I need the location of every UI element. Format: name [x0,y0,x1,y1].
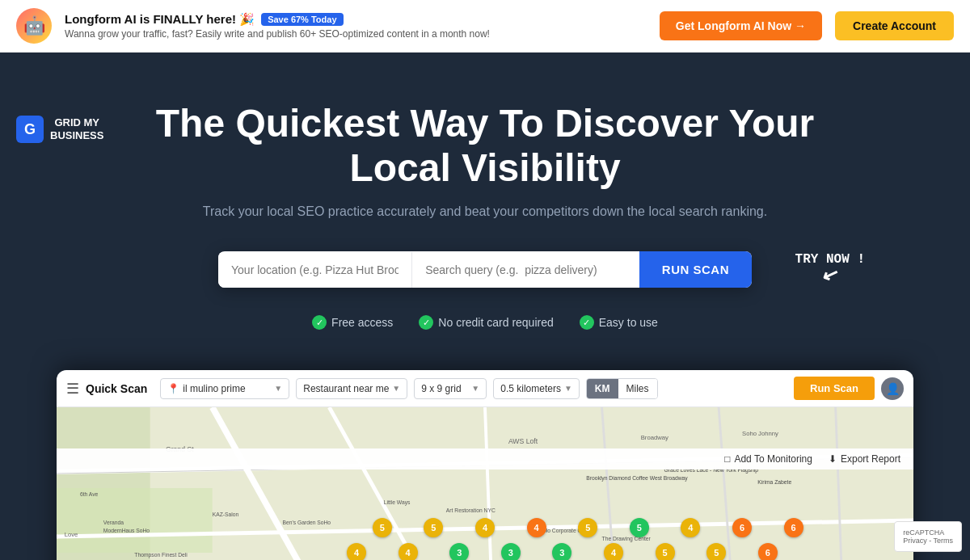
check-icon-free: ✓ [312,315,327,330]
search-location-input[interactable] [218,252,412,288]
km-button[interactable]: KM [587,379,618,398]
grid-select[interactable]: 9 x 9 grid ▼ [414,378,487,399]
grid-dot: 5 [373,518,392,537]
banner-text-area: Longform AI is FINALLY here! 🎉 Save 67% … [65,12,647,40]
grid-dot: 5 [706,543,726,560]
location-pin-icon: 📍 [167,383,179,394]
run-scan-button[interactable]: RUN SCAN [639,251,752,288]
hero-headline: The Quickest Way To Discover Your Local … [121,101,849,190]
grid-dot: 5 [630,518,649,537]
location-select[interactable]: 📍 il mulino prime ▼ [160,378,289,399]
user-avatar-icon: 👤 [881,377,904,400]
monitor-icon: □ [724,453,730,465]
grid-dot: 4 [399,543,418,560]
grid-dot: 3 [449,543,469,560]
grid-dot: 5 [578,518,597,537]
quick-scan-label: Quick Scan [86,382,147,395]
grid-dot: 6 [732,518,752,537]
grid-dot: 6 [784,518,803,537]
promo-banner: 🤖 Longform AI is FINALLY here! 🎉 Save 67… [0,0,970,53]
miles-button[interactable]: Miles [618,379,657,398]
check-icon-nocard: ✓ [419,315,433,330]
banner-subtitle: Wanna grow your traffic, fast? Easily wr… [65,28,647,40]
logo-icon: G [16,116,44,143]
feature-easy: ✓ Easy to use [580,315,658,330]
recaptcha-badge: reCAPTCHA Privacy - Terms [894,521,962,552]
banner-logo-icon: 🤖 [16,8,52,44]
create-account-button[interactable]: Create Account [835,11,954,40]
add-monitoring-button[interactable]: □ Add To Monitoring [724,453,812,465]
logo-text: GRID MY BUSINESS [50,116,103,141]
grid-dot: 4 [527,518,546,537]
map-area: Grand St AWS Loft Broadway Soho Johnny B… [57,407,913,560]
get-longform-button[interactable]: Get Longform AI Now → [660,11,822,40]
hero-section: G GRID MY BUSINESS The Quickest Way To D… [0,53,970,370]
search-container: RUN SCAN [218,251,752,288]
grid-dot: 4 [347,543,366,560]
km-miles-toggle[interactable]: KM Miles [586,378,658,399]
grid-dot: 5 [656,543,675,560]
query-select[interactable]: Restaurant near me ▼ [296,378,407,399]
caret-icon-2: ▼ [392,384,400,393]
grid-dot: 3 [552,543,571,560]
grid-dot: 4 [604,543,623,560]
features-list: ✓ Free access ✓ No credit card required … [16,315,954,330]
scan-toolbar: ☰ Quick Scan 📍 il mulino prime ▼ Restaur… [57,370,913,407]
hero-subheadline: Track your local SEO practice accurately… [16,204,954,219]
banner-title: Longform AI is FINALLY here! 🎉 Save 67% … [65,12,647,27]
logo-area: G GRID MY BUSINESS [16,116,103,143]
toolbar-run-scan-button[interactable]: Run Scan [794,377,875,400]
export-icon: ⬇ [829,453,837,465]
grid-dot: 4 [475,518,495,537]
try-now-label: TRY NOW ! ↙ [795,252,865,286]
map-action-bar: □ Add To Monitoring ⬇ Export Report [57,448,913,469]
grid-dot: 4 [681,518,700,537]
menu-icon[interactable]: ☰ [66,380,79,398]
caret-icon-3: ▼ [471,384,479,393]
feature-no-card: ✓ No credit card required [419,315,553,330]
map-preview-section: ☰ Quick Scan 📍 il mulino prime ▼ Restaur… [57,370,913,560]
grid-dots-container: 554455466443334556432334556 [57,407,913,560]
caret-icon-4: ▼ [564,384,572,393]
grid-dot: 5 [424,518,443,537]
distance-select[interactable]: 0.5 kilometers ▼ [493,378,580,399]
feature-free: ✓ Free access [312,315,393,330]
caret-icon: ▼ [274,384,282,393]
grid-dot: 6 [758,543,778,560]
save-badge: Save 67% Today [261,13,343,26]
grid-dot: 3 [501,543,521,560]
search-query-input[interactable] [412,252,639,288]
export-report-button[interactable]: ⬇ Export Report [829,453,900,465]
check-icon-easy: ✓ [580,315,594,330]
